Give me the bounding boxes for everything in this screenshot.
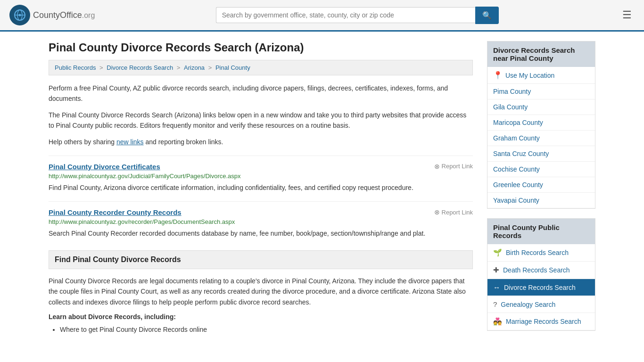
resource-desc-2: Search Pinal County Recorder recorded do… bbox=[49, 228, 473, 239]
nearby-county-6[interactable]: Greenlee County bbox=[487, 177, 595, 193]
search-icon: 🔍 bbox=[482, 11, 492, 19]
svg-point-4 bbox=[19, 14, 21, 16]
nearby-county-2[interactable]: Maricopa County bbox=[487, 115, 595, 131]
public-records-section: Pinal County Public Records 🌱 Birth Reco… bbox=[487, 218, 595, 331]
resource-title-1[interactable]: Pinal County Divorce Certificates bbox=[49, 163, 160, 171]
intro-para2: The Pinal County Divorce Records Search … bbox=[49, 110, 473, 131]
pub-rec-marriage[interactable]: 💑 Marriage Records Search bbox=[487, 313, 595, 330]
resource-header-2: Pinal County Recorder County Records ⊗ R… bbox=[49, 208, 473, 216]
breadcrumb-pinal-county[interactable]: Pinal County bbox=[215, 64, 250, 71]
nearby-county-4[interactable]: Santa Cruz County bbox=[487, 146, 595, 162]
page-title: Pinal County Divorce Records Search (Ari… bbox=[49, 41, 473, 54]
pub-rec-genealogy[interactable]: ? Genealogy Search bbox=[487, 296, 595, 313]
public-records-list: 🌱 Birth Records Search ✚ Death Records S… bbox=[487, 244, 595, 330]
divorce-records-label: Divorce Records Search bbox=[504, 284, 576, 291]
intro-para3-pre: Help others by sharing bbox=[49, 138, 116, 146]
use-location-item[interactable]: 📍 Use My Location bbox=[487, 67, 595, 84]
bullet-item-1: Where to get Pinal County Divorce Record… bbox=[60, 324, 473, 336]
breadcrumb-sep3: > bbox=[208, 64, 214, 71]
search-area: 🔍 bbox=[216, 7, 499, 24]
public-records-title: Pinal County Public Records bbox=[487, 219, 595, 244]
nearby-county-5[interactable]: Cochise County bbox=[487, 162, 595, 177]
nearby-county-0[interactable]: Pima County bbox=[487, 84, 595, 99]
nearby-county-list: 📍 Use My Location Pima County Gila Count… bbox=[487, 67, 595, 208]
nearby-county-1[interactable]: Gila County bbox=[487, 99, 595, 115]
report-icon-2: ⊗ bbox=[434, 208, 440, 216]
divorce-icon: ↔ bbox=[493, 283, 500, 291]
breadcrumb-divorce-records-search[interactable]: Divorce Records Search bbox=[107, 64, 173, 71]
use-location-label: Use My Location bbox=[505, 72, 554, 79]
report-link-1[interactable]: ⊗ Report Link bbox=[434, 163, 473, 170]
genealogy-icon: ? bbox=[493, 300, 497, 308]
breadcrumb-sep1: > bbox=[99, 64, 105, 71]
hamburger-icon: ☰ bbox=[622, 9, 632, 21]
main-container: Pinal County Divorce Records Search (Ari… bbox=[39, 32, 605, 350]
marriage-records-label: Marriage Records Search bbox=[506, 318, 581, 325]
location-icon: 📍 bbox=[493, 71, 503, 80]
pub-rec-divorce[interactable]: ↔ Divorce Records Search bbox=[487, 279, 595, 296]
report-label-1: Report Link bbox=[442, 163, 473, 170]
report-label-2: Report Link bbox=[442, 209, 473, 216]
resource-desc-1: Find Pinal County, Arizona divorce certi… bbox=[49, 182, 473, 193]
logo-suffix: .org bbox=[82, 11, 95, 19]
intro-para1: Perform a free Pinal County, AZ public d… bbox=[49, 83, 473, 104]
search-input[interactable] bbox=[216, 7, 475, 23]
report-link-2[interactable]: ⊗ Report Link bbox=[434, 208, 473, 216]
sidebar: Divorce Records Search near Pinal County… bbox=[487, 41, 595, 340]
breadcrumb: Public Records > Divorce Records Search … bbox=[49, 60, 473, 75]
resource-url-2[interactable]: http://www.pinalcountyaz.gov/recorder/Pa… bbox=[49, 218, 473, 225]
nearby-county-7[interactable]: Yavapai County bbox=[487, 193, 595, 208]
intro-para3-post: and reporting broken links. bbox=[144, 138, 223, 146]
resource-block-1: Pinal County Divorce Certificates ⊗ Repo… bbox=[49, 156, 473, 193]
new-links-link[interactable]: new links bbox=[116, 138, 144, 146]
find-section-para: Pinal County Divorce Records are legal d… bbox=[49, 276, 473, 307]
menu-button[interactable]: ☰ bbox=[619, 6, 635, 24]
birth-records-label: Birth Records Search bbox=[506, 249, 569, 256]
resource-header-1: Pinal County Divorce Certificates ⊗ Repo… bbox=[49, 163, 473, 171]
breadcrumb-arizona[interactable]: Arizona bbox=[184, 64, 205, 71]
death-records-label: Death Records Search bbox=[503, 266, 570, 274]
logo-area: CountyOffice.org bbox=[9, 5, 95, 25]
intro-para3: Help others by sharing new links and rep… bbox=[49, 137, 473, 147]
nearby-county-3[interactable]: Graham County bbox=[487, 131, 595, 146]
nearby-section: Divorce Records Search near Pinal County… bbox=[487, 41, 595, 209]
marriage-icon: 💑 bbox=[493, 317, 502, 326]
resource-url-1[interactable]: http://www.pinalcountyaz.gov/Judicial/Fa… bbox=[49, 173, 473, 180]
logo-text: CountyOffice.org bbox=[33, 10, 95, 20]
content-area: Pinal County Divorce Records Search (Ari… bbox=[49, 41, 473, 340]
nearby-section-title: Divorce Records Search near Pinal County bbox=[487, 41, 595, 67]
logo-name: CountyOffice bbox=[33, 10, 82, 20]
resource-block-2: Pinal County Recorder County Records ⊗ R… bbox=[49, 201, 473, 239]
resource-title-2[interactable]: Pinal County Recorder County Records bbox=[49, 208, 182, 216]
birth-icon: 🌱 bbox=[493, 248, 502, 257]
find-section-bullets: Where to get Pinal County Divorce Record… bbox=[60, 324, 473, 336]
breadcrumb-sep2: > bbox=[177, 64, 182, 71]
logo-icon bbox=[9, 5, 30, 25]
header: CountyOffice.org 🔍 ☰ bbox=[0, 0, 644, 32]
pub-rec-birth[interactable]: 🌱 Birth Records Search bbox=[487, 244, 595, 262]
use-location-link[interactable]: 📍 Use My Location bbox=[487, 67, 595, 83]
death-icon: ✚ bbox=[493, 266, 499, 274]
genealogy-label: Genealogy Search bbox=[501, 301, 555, 308]
breadcrumb-public-records[interactable]: Public Records bbox=[55, 64, 96, 71]
search-button[interactable]: 🔍 bbox=[475, 7, 499, 24]
find-section-heading: Find Pinal County Divorce Records bbox=[49, 250, 473, 269]
report-icon-1: ⊗ bbox=[434, 163, 440, 170]
pub-rec-death[interactable]: ✚ Death Records Search bbox=[487, 262, 595, 279]
find-section-subheading: Learn about Divorce Records, including: bbox=[49, 313, 473, 321]
